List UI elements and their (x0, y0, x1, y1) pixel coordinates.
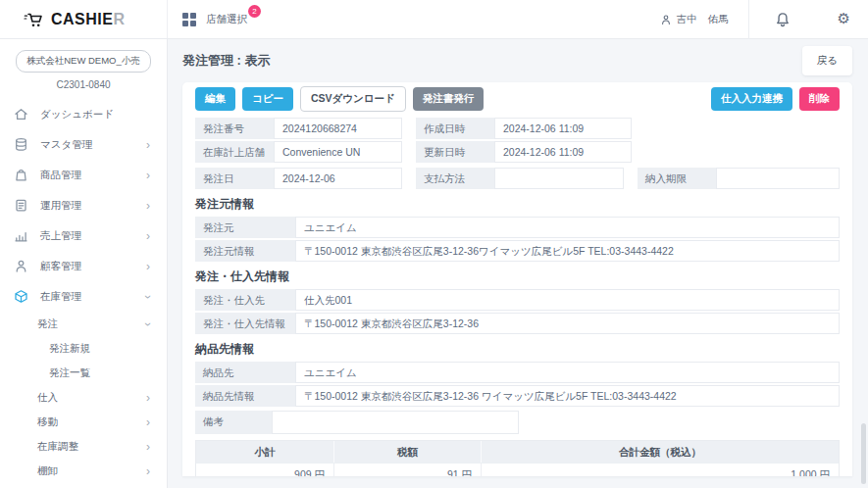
bell-icon (775, 12, 791, 27)
sidebar-item-products[interactable]: 商品管理 (0, 160, 167, 190)
sidebar-item-customers[interactable]: 顧客管理 (0, 251, 167, 281)
field-updated-at: 更新日時 2024-12-06 11:09 (416, 141, 632, 163)
user-icon (660, 14, 672, 25)
scrollbar[interactable] (861, 423, 866, 484)
field-order-date: 発注日 2024-12-06 (195, 168, 402, 189)
summary-table-header: 小計 税額 合計金額（税込） (196, 441, 839, 463)
inventory-icon (14, 289, 28, 304)
field-label: 発注・仕入先 (195, 289, 295, 311)
store-select-button[interactable]: 店舗選択 2 (182, 13, 259, 26)
sales-chart-icon (14, 228, 28, 243)
section-title-delivery: 納品先情報 (195, 342, 840, 356)
sidebar-item-stocktake[interactable]: 棚卸 (0, 459, 167, 483)
field-label: 備考 (195, 411, 272, 434)
sidebar-item-dashboard[interactable]: ダッシュボード (0, 99, 167, 129)
chevron-down-icon (143, 291, 153, 303)
field-value: 2024120668274 (274, 118, 402, 139)
field-value: Convenience UN (274, 141, 402, 163)
issue-order-button[interactable]: 発注書発行 (413, 87, 485, 111)
company-code: C2301-0840 (0, 79, 167, 90)
topbar: CASHIER 店舗選択 2 吉中 佑馬 (0, 0, 868, 39)
customer-icon (14, 259, 28, 273)
user-name: 吉中 佑馬 (677, 13, 729, 26)
chevron-right-icon (143, 139, 153, 151)
field-value (494, 168, 624, 189)
field-label: 発注・仕入先情報 (195, 313, 295, 334)
field-value (272, 411, 519, 434)
sidebar-item-master[interactable]: マスタ管理 (0, 129, 167, 160)
app-logo[interactable]: CASHIER (0, 0, 168, 38)
order-date-fields: 発注日 2024-12-06 支払方法 納入期限 (195, 168, 840, 189)
operations-icon (14, 198, 28, 213)
field-label: 発注元情報 (195, 240, 295, 262)
csv-download-button[interactable]: CSVダウンロード (300, 86, 406, 112)
field-value: 2024-12-06 11:09 (494, 118, 632, 139)
field-label: 更新日時 (416, 141, 494, 163)
field-label: 納品先 (195, 362, 295, 383)
sidebar-item-transfer[interactable]: 移動 (0, 410, 167, 434)
sidebar-item-stock-adjust[interactable]: 在庫調整 (0, 434, 167, 459)
field-value: 〒150-0012 東京都渋谷区広尾3-12-36 ワイマッツ広尾ビル5F TE… (295, 385, 840, 407)
edit-button[interactable]: 編集 (195, 87, 235, 111)
summary-value-tax: 91 円 (333, 463, 481, 476)
home-icon (14, 107, 28, 122)
gear-icon: ⚙ (838, 12, 850, 26)
chevron-right-icon (143, 441, 153, 453)
chevron-down-icon (143, 318, 153, 330)
sidebar-item-order[interactable]: 発注 (0, 312, 167, 336)
row-orderer-info: 発注元情報 〒150-0012 東京都渋谷区広尾3-12-36ワイマッツ広尾ビル… (195, 240, 840, 262)
cart-logo-icon (24, 11, 45, 28)
chevron-right-icon (143, 465, 153, 477)
summary-header-tax: 税額 (333, 441, 481, 463)
sidebar-item-purchase[interactable]: 仕入 (0, 385, 167, 410)
field-value (716, 168, 840, 189)
field-label: 納入期限 (638, 168, 716, 189)
purchase-link-button[interactable]: 仕入入力連携 (711, 87, 792, 111)
field-value: 2024-12-06 11:09 (494, 141, 632, 163)
grid-icon (182, 13, 196, 26)
summary-value-total: 1,000 円 (481, 463, 839, 476)
field-label: 支払方法 (416, 168, 494, 189)
row-delivery: 納品先 ユニエイム (195, 362, 840, 383)
app-window: CASHIER 店舗選択 2 吉中 佑馬 (0, 0, 868, 488)
field-created-at: 作成日時 2024-12-06 11:09 (416, 118, 632, 139)
chevron-right-icon (143, 416, 153, 428)
field-label: 納品先情報 (195, 385, 295, 407)
sidebar-item-order-new[interactable]: 発注新規 (0, 336, 167, 361)
field-value: 2024-12-06 (274, 168, 402, 189)
sidebar-item-stock-report[interactable]: 在庫管理表 (0, 483, 167, 488)
chevron-right-icon (143, 261, 153, 272)
field-value: ユニエイム (295, 217, 840, 238)
back-button[interactable]: 戻る (802, 46, 852, 75)
delete-button[interactable]: 削除 (799, 87, 840, 111)
summary-header-total: 合計金額（税込） (481, 441, 839, 463)
field-remarks: 備考 (195, 411, 840, 434)
field-label: 発注日 (195, 168, 274, 189)
store-select-label: 店舗選択 (206, 13, 249, 26)
sidebar-item-operations[interactable]: 運用管理 (0, 190, 167, 220)
field-label: 作成日時 (416, 118, 494, 139)
field-delivery-deadline: 納入期限 (638, 168, 840, 189)
product-icon (14, 168, 28, 182)
brand-text: CASHIER (51, 11, 126, 28)
company-selector[interactable]: 株式会社NEW DEMO_小売 (16, 50, 151, 73)
field-value: ユニエイム (295, 362, 840, 383)
order-detail-card: 編集 コピー CSVダウンロード 発注書発行 仕入入力連携 削除 発注番号 20… (182, 82, 852, 476)
topbar-right: 吉中 佑馬 ⚙ (660, 0, 868, 38)
row-supplier-info: 発注・仕入先情報 〒150-0012 東京都渋谷区広尾3-12-36 (195, 313, 840, 334)
notifications-button[interactable] (749, 12, 814, 27)
user-menu[interactable]: 吉中 佑馬 (660, 13, 729, 26)
sidebar-item-order-list[interactable]: 発注一覧 (0, 361, 167, 385)
copy-button[interactable]: コピー (242, 87, 293, 111)
row-orderer: 発注元 ユニエイム (195, 217, 840, 238)
main-content: 発注管理 : 表示 戻る 編集 コピー CSVダウンロード 発注書発行 仕入入力… (168, 39, 868, 488)
sidebar-item-inventory[interactable]: 在庫管理 (0, 281, 167, 312)
settings-button[interactable]: ⚙ (814, 12, 868, 26)
field-value: 仕入先001 (295, 289, 840, 311)
sidebar-item-sales[interactable]: 売上管理 (0, 220, 167, 251)
toolbar: 編集 コピー CSVダウンロード 発注書発行 仕入入力連携 削除 (195, 86, 840, 112)
order-meta-fields: 発注番号 2024120668274 作成日時 2024-12-06 11:09… (195, 118, 840, 163)
chevron-right-icon (143, 230, 153, 242)
summary-table: 小計 税額 合計金額（税込） 909 円 91 円 1,000 円 (195, 440, 840, 476)
row-supplier: 発注・仕入先 仕入先001 (195, 289, 840, 311)
